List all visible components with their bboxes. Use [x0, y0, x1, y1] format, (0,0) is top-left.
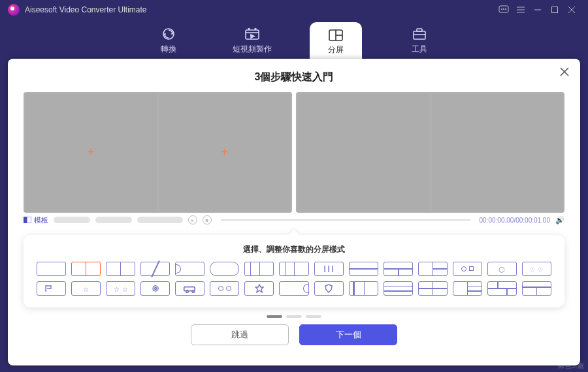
nav-collage-label: 分屏 [328, 44, 344, 55]
template-star-single[interactable] [71, 281, 101, 296]
svg-point-31 [154, 288, 156, 290]
maximize-icon[interactable] [546, 3, 563, 17]
onboarding-footer: 跳過 下一個 [24, 324, 564, 345]
close-window-icon[interactable] [563, 3, 580, 17]
watermark: 綠色工廠 [558, 362, 584, 371]
svg-rect-26 [24, 217, 27, 223]
svg-rect-12 [246, 30, 259, 39]
preview-subbar: 模板 ▸ ■ 00:00:00.00/00:00:01.00 🔊 [24, 214, 564, 226]
template-1plus2[interactable] [384, 262, 413, 276]
minimize-icon[interactable] [529, 3, 546, 17]
template-rounded[interactable] [210, 262, 239, 276]
template-header-2col[interactable] [522, 281, 551, 296]
preview-row: + + [24, 92, 564, 213]
template-flag[interactable] [37, 281, 66, 296]
template-split-diagonal[interactable] [140, 262, 170, 276]
editor-slot-2[interactable]: + [159, 94, 291, 211]
template-star-double[interactable] [106, 281, 135, 296]
menu-icon[interactable] [512, 3, 529, 17]
onboarding-title: 3個步驟快速入門 [24, 70, 564, 84]
page-dot-2[interactable] [286, 315, 302, 318]
template-hearts[interactable] [522, 262, 551, 276]
template-brick[interactable] [487, 281, 517, 296]
nav-mv[interactable]: 短視頻製作 [226, 27, 278, 59]
editor-slot-1[interactable]: + [25, 94, 157, 211]
svg-point-1 [501, 8, 502, 9]
template-split-vertical[interactable] [71, 262, 101, 276]
template-4col[interactable] [349, 281, 378, 296]
template-notch-left[interactable] [175, 262, 204, 276]
template-card-title: 選擇、調整你喜歡的分屏樣式 [37, 244, 551, 255]
top-nav: 轉換 短視頻製作 分屏 工具 [0, 20, 588, 59]
template-grid [37, 262, 551, 296]
template-equalizer[interactable] [314, 262, 344, 276]
svg-rect-8 [552, 7, 558, 13]
svg-point-14 [248, 29, 250, 30]
collage-icon [327, 29, 344, 42]
volume-icon[interactable]: 🔊 [555, 216, 564, 225]
template-3col[interactable] [244, 262, 274, 276]
app-title: Aiseesoft Video Converter Ultimate [25, 5, 147, 14]
player-preview [296, 92, 564, 213]
svg-marker-16 [251, 35, 254, 38]
template-tab-label: 模板 [34, 215, 48, 225]
nav-toolbox[interactable]: 工具 [393, 27, 446, 59]
page-dot-3[interactable] [306, 315, 321, 318]
template-notch-right[interactable] [279, 281, 308, 296]
stop-icon[interactable]: ■ [203, 215, 212, 225]
template-burst[interactable] [244, 281, 274, 296]
svg-point-30 [153, 286, 158, 291]
pagination-dots [24, 315, 564, 318]
template-tab[interactable]: 模板 [24, 215, 48, 225]
convert-icon [160, 27, 177, 41]
svg-rect-21 [417, 29, 422, 31]
title-bar: Aiseesoft Video Converter Ultimate [0, 0, 588, 20]
tab-placeholder [54, 217, 90, 223]
template-single[interactable] [37, 262, 66, 276]
player-slot-2 [432, 94, 563, 211]
template-car[interactable] [175, 281, 204, 296]
svg-point-2 [503, 8, 504, 9]
template-circle-square[interactable] [453, 262, 482, 276]
nav-convert[interactable]: 轉換 [142, 27, 195, 59]
add-media-icon: + [221, 145, 229, 160]
tab-placeholder [95, 217, 132, 223]
svg-point-3 [505, 8, 506, 9]
timecode: 00:00:00.00/00:00:01.00 [480, 217, 550, 224]
svg-rect-20 [414, 31, 425, 39]
nav-convert-label: 轉換 [142, 44, 195, 55]
template-gear[interactable] [140, 281, 170, 296]
template-badge[interactable] [314, 281, 344, 296]
template-3col-alt[interactable] [279, 262, 308, 276]
nav-toolbox-label: 工具 [393, 44, 446, 55]
close-onboarding-icon[interactable] [559, 67, 570, 80]
nav-mv-label: 短視頻製作 [226, 44, 278, 55]
template-L[interactable] [418, 262, 448, 276]
onboarding-panel: 3個步驟快速入門 + + 模板 ▸ ■ 00:00:00.00/00:00:01… [8, 59, 580, 365]
template-1plus3[interactable] [453, 281, 482, 296]
mv-icon [244, 27, 261, 41]
svg-point-33 [186, 290, 188, 293]
svg-point-34 [192, 290, 195, 293]
template-card: 選擇、調整你喜歡的分屏樣式 [24, 235, 564, 307]
template-double-circle[interactable] [210, 281, 239, 296]
svg-point-15 [255, 29, 256, 30]
page-dot-1[interactable] [267, 315, 282, 318]
toolbox-icon [411, 27, 428, 41]
template-2x2[interactable] [418, 281, 448, 296]
play-icon[interactable]: ▸ [188, 215, 197, 225]
template-2row[interactable] [349, 262, 378, 276]
feedback-icon[interactable] [495, 3, 512, 17]
template-3row[interactable] [384, 281, 413, 296]
player-slot-1 [298, 94, 429, 211]
skip-button[interactable]: 跳過 [191, 324, 289, 345]
template-hexagon[interactable] [487, 262, 517, 276]
app-logo-icon [8, 4, 20, 16]
progress-line[interactable] [221, 219, 470, 221]
tab-placeholder [137, 217, 183, 223]
editor-preview: + + [24, 92, 292, 213]
next-button[interactable]: 下一個 [299, 324, 397, 345]
nav-collage[interactable]: 分屏 [310, 22, 362, 59]
template-split-vertical-alt[interactable] [106, 262, 135, 276]
add-media-icon: + [87, 145, 95, 160]
